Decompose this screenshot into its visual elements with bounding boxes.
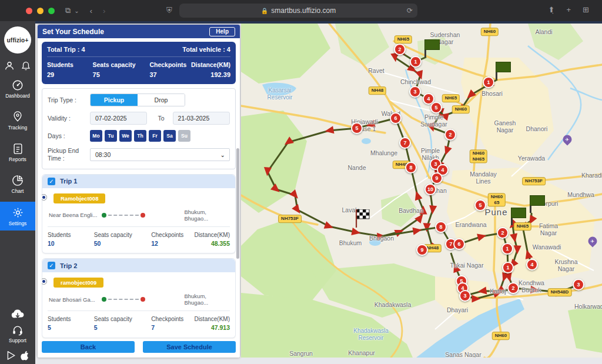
trip-type-label: Trip Type : — [48, 96, 90, 104]
highway-badge: NH753F — [278, 215, 302, 223]
map-stop-marker-2[interactable]: 2 — [497, 227, 509, 239]
map-stop-marker-5[interactable]: 5 — [430, 102, 442, 113]
map-stop-marker-8[interactable]: 8 — [405, 162, 417, 173]
map-stop-marker-5[interactable]: 5 — [351, 122, 363, 134]
destination-flag-marker[interactable] — [511, 208, 526, 225]
address-bar[interactable]: 🔒 smartbus.uffizio.com ⟳ — [179, 4, 417, 18]
url-text: smartbus.uffizio.com — [271, 6, 336, 15]
browser-chrome: ⧉ ⌄ ‹ › ⛨ 🔒 smartbus.uffizio.com ⟳ ⬆̣ + … — [0, 0, 602, 21]
trip-1-vehicle-badge[interactable]: Ramobject008 — [53, 193, 105, 203]
map-stop-marker-6[interactable]: 6 — [453, 238, 465, 250]
day-fr[interactable]: Fr — [149, 130, 161, 142]
schedule-form: Trip Type : Pickup Drop Validity : 07-02… — [42, 88, 236, 169]
notifications-bell-icon[interactable] — [21, 61, 31, 71]
map-stop-marker-2[interactable]: 2 — [394, 44, 406, 55]
map-stop-marker-1[interactable]: 1 — [501, 243, 513, 255]
pickup-end-time-select[interactable]: 08:30 ⌄ — [90, 148, 230, 161]
map-stop-marker-3[interactable]: 3 — [459, 290, 471, 302]
trip-2-header[interactable]: ✓ Trip 2 — [42, 259, 235, 272]
trip-2-vehicle-badge[interactable]: ramobject009 — [53, 278, 103, 288]
minimize-window-button[interactable] — [37, 8, 44, 14]
sidebar-toggle-icon[interactable]: ⧉ — [65, 6, 71, 15]
chevron-down-icon[interactable]: ⌄ — [74, 8, 79, 14]
cloud-download-icon[interactable] — [10, 308, 25, 320]
map-stop-marker-7[interactable]: 7 — [399, 137, 411, 149]
route-line — [102, 213, 145, 218]
trip-2-students: 5 — [48, 323, 94, 333]
pickup-tab[interactable]: Pickup — [91, 94, 138, 106]
day-su[interactable]: Su — [178, 130, 190, 142]
sidebar-item-tracking[interactable]: Tracking — [0, 106, 35, 135]
trip-1-header[interactable]: ✓ Trip 1 — [42, 175, 235, 188]
screen: ⧉ ⌄ ‹ › ⛨ 🔒 smartbus.uffizio.com ⟳ ⬆̣ + … — [0, 0, 602, 364]
sidebar-item-dashboard[interactable]: Dashboard — [0, 75, 35, 103]
day-th[interactable]: Th — [134, 130, 146, 142]
map-stop-marker-6[interactable]: 6 — [390, 112, 402, 124]
tab-overview-icon[interactable]: ⊞ — [583, 5, 589, 14]
window-controls[interactable] — [26, 8, 55, 14]
new-tab-icon[interactable]: + — [567, 5, 571, 14]
map-stop-marker-9[interactable]: 9 — [431, 172, 443, 184]
settings-gear-icon — [12, 206, 24, 219]
total-trip: Total Trip : 4 — [47, 46, 85, 53]
sidebar-item-settings[interactable]: Settings — [0, 202, 35, 231]
day-tu[interactable]: Tu — [105, 130, 117, 142]
drop-tab[interactable]: Drop — [138, 94, 185, 106]
user-icon[interactable] — [4, 61, 15, 71]
map-stop-marker-3[interactable]: 3 — [573, 279, 584, 290]
app-logo: uffizio+ — [4, 26, 31, 54]
day-sa[interactable]: Sa — [163, 130, 176, 142]
map-stop-marker-9[interactable]: 9 — [416, 244, 428, 256]
privacy-shield-icon[interactable]: ⛨ — [166, 6, 172, 15]
help-button[interactable]: Help — [209, 27, 235, 36]
support-headset-icon — [12, 325, 24, 336]
to-label: To — [158, 115, 164, 122]
day-mo[interactable]: Mo — [90, 130, 102, 142]
map-stop-marker-1[interactable]: 1 — [410, 56, 422, 68]
map-stop-marker-2[interactable]: 2 — [507, 282, 519, 294]
panel-footer: Back Save Schedule — [38, 339, 240, 358]
back-icon[interactable]: ‹ — [90, 6, 92, 15]
map-stop-marker-3[interactable]: 3 — [409, 86, 421, 98]
summary-seats-value: 75 — [93, 70, 150, 80]
validity-to-input[interactable]: 21-03-2025 — [173, 112, 230, 125]
map-stop-marker-4[interactable]: 4 — [526, 259, 538, 271]
destination-dot-icon — [141, 297, 145, 302]
destination-flag-marker[interactable] — [530, 195, 545, 213]
summary-students-value: 29 — [47, 70, 93, 80]
google-play-icon[interactable] — [7, 351, 15, 360]
save-schedule-button[interactable]: Save Schedule — [143, 341, 236, 353]
forward-icon[interactable]: › — [103, 6, 105, 15]
sidebar-item-chart[interactable]: Chart — [0, 170, 35, 198]
panel-scrollbar[interactable] — [236, 148, 239, 259]
summary-seats-label: Seats capacity — [93, 61, 150, 70]
share-icon[interactable]: ⬆̣ — [549, 5, 555, 14]
apple-icon[interactable] — [21, 351, 29, 360]
trip-2-radio[interactable] — [42, 278, 47, 285]
reload-icon[interactable]: ⟳ — [407, 6, 413, 15]
destination-flag-marker[interactable] — [496, 62, 511, 79]
finish-checkered-flag-marker[interactable] — [355, 209, 370, 231]
trip-2-distance: 47.913 — [194, 323, 230, 333]
map-stop-marker-5[interactable]: 5 — [474, 199, 486, 211]
destination-flag-marker[interactable] — [424, 39, 440, 57]
trip-1-checkbox[interactable]: ✓ — [48, 178, 55, 185]
sidebar-item-support[interactable]: Support — [0, 323, 35, 348]
trip-2-checkbox[interactable]: ✓ — [48, 262, 55, 269]
map[interactable]: AlandiSudershan NagarRavetChinchwadKasar… — [241, 24, 602, 358]
day-we[interactable]: We — [119, 130, 132, 142]
trip-1-radio[interactable] — [42, 194, 47, 201]
back-button[interactable]: Back — [42, 341, 135, 353]
map-base — [241, 24, 602, 358]
map-stop-marker-8[interactable]: 8 — [435, 221, 447, 233]
map-stop-marker-1[interactable]: 1 — [502, 262, 514, 273]
zoom-window-button[interactable] — [48, 8, 55, 14]
map-stop-marker-1[interactable]: 1 — [483, 76, 494, 88]
sidebar-item-reports[interactable]: Reports — [0, 138, 35, 166]
trip-card-2: ✓ Trip 2 ramobject009 Near Bhosari Ga...… — [42, 258, 236, 338]
map-stop-marker-2[interactable]: 2 — [444, 129, 456, 141]
close-window-button[interactable] — [26, 8, 32, 14]
validity-from-input[interactable]: 07-02-2025 — [90, 112, 147, 125]
trip-1-checkpoints: 12 — [151, 239, 194, 249]
map-stop-marker-10[interactable]: 10 — [424, 183, 436, 195]
